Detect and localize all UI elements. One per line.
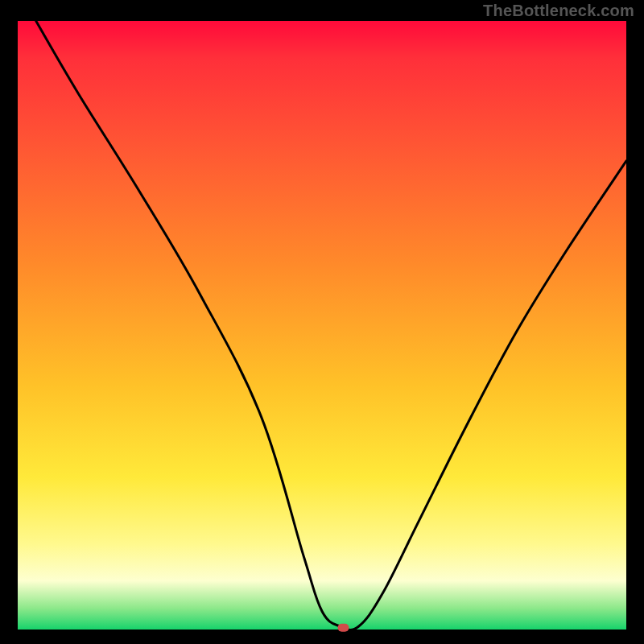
curve-layer <box>18 21 626 630</box>
optimal-point-marker <box>338 624 349 632</box>
chart-frame: TheBottleneck.com <box>0 0 644 644</box>
plot-area <box>18 21 626 630</box>
bottleneck-curve <box>36 21 626 630</box>
watermark-text: TheBottleneck.com <box>483 2 634 20</box>
